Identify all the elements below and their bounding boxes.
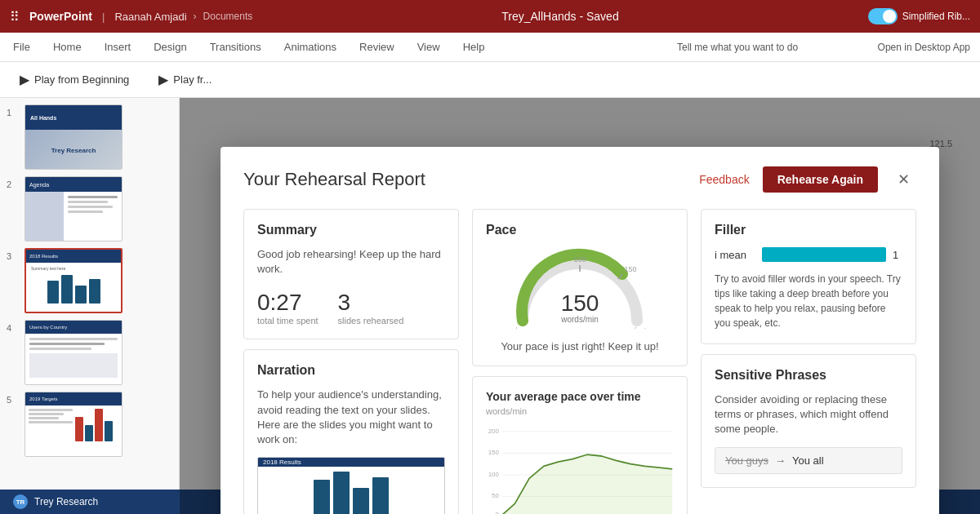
tab-insert[interactable]: Insert <box>101 36 135 58</box>
bottom-company: Trey Research <box>34 496 98 507</box>
file-dash: - <box>579 10 586 23</box>
tab-help[interactable]: Help <box>460 36 488 58</box>
stat-time-value: 0:27 <box>257 290 318 316</box>
modal-title: Your Rehearsal Report <box>243 169 425 190</box>
open-desktop-btn[interactable]: Open in Desktop App <box>878 42 970 53</box>
main-layout: 1 All Hands Trey Research 2 Agenda <box>0 98 980 514</box>
title-bar: ⠿ PowerPoint | Raanah Amjadi › Documents… <box>0 0 980 33</box>
stat-slides-value: 3 <box>338 290 404 316</box>
file-name: Trey_AllHands <box>501 10 576 23</box>
filler-word: i mean <box>715 249 755 261</box>
pace-gauge-container: 100 150 150 words/min slow fast <box>486 247 674 332</box>
slide3-bar2 <box>61 275 73 304</box>
phrase-new: You all <box>792 454 824 467</box>
slide-preview-header: 2018 Results <box>258 458 444 467</box>
slide2-body <box>25 192 122 241</box>
slide-item-1[interactable]: 1 All Hands Trey Research <box>7 104 172 170</box>
slide-thumb-2: Agenda <box>24 176 122 241</box>
close-modal-button[interactable]: ✕ <box>891 167 916 192</box>
rehearse-again-button[interactable]: Rehearse Again <box>763 166 878 193</box>
narration-card: Narration To help your audience's unders… <box>243 349 459 514</box>
play-from-button[interactable]: ▶ Play fr... <box>152 67 218 92</box>
tab-file[interactable]: File <box>10 36 33 58</box>
slide-preview-body <box>258 467 444 514</box>
breadcrumb-sep: › <box>194 11 197 22</box>
modal-overlay: Your Rehearsal Report Feedback Rehearse … <box>180 98 980 514</box>
slide-item-3[interactable]: 3 2018 Results Summary text here <box>7 248 172 313</box>
user-name[interactable]: Raanah Amjadi <box>114 11 186 23</box>
tab-animations[interactable]: Animations <box>281 36 340 58</box>
svg-text:100: 100 <box>573 255 586 264</box>
tab-design[interactable]: Design <box>150 36 189 58</box>
slide3-bar3 <box>75 286 87 304</box>
toggle-thumb <box>883 10 896 23</box>
toolbar: ▶ Play from Beginning ▶ Play fr... <box>0 62 980 98</box>
slide1-header: All Hands <box>25 105 122 130</box>
svg-text:slow: slow <box>512 326 528 329</box>
preview-bar-1 <box>314 480 330 514</box>
slide3-bar4 <box>89 279 100 304</box>
slide5-text-col <box>29 409 73 441</box>
sensitive-title: Sensitive Phrases <box>715 368 902 383</box>
simplified-ribbon-toggle[interactable]: Simplified Rib... <box>868 8 970 24</box>
sensitive-phrases-card: Sensitive Phrases Consider avoiding or r… <box>701 354 916 488</box>
preview-bar-3 <box>353 488 369 514</box>
slide1-header-text: All Hands <box>30 115 56 121</box>
narration-text: To help your audience's understanding, a… <box>257 388 445 447</box>
preview-bar-4 <box>372 477 389 514</box>
breadcrumb-documents[interactable]: Documents <box>203 11 253 22</box>
stat-time-label: total time spent <box>257 316 318 326</box>
tab-home[interactable]: Home <box>50 36 85 58</box>
filler-count: 1 <box>893 249 902 261</box>
slide-number-4: 4 <box>7 320 18 333</box>
slide-preview-box: 2018 Results <box>257 457 445 514</box>
slide-number-5: 5 <box>7 392 18 405</box>
svg-text:100: 100 <box>488 471 500 478</box>
avg-pace-chart-svg: 200 150 100 50 0 <box>486 418 674 514</box>
play-beginning-label: Play from Beginning <box>34 73 129 86</box>
file-saved: Saved <box>586 10 619 23</box>
slide5-title: 2019 Targets <box>29 397 58 401</box>
phrase-row: You guys → You all <box>715 447 902 474</box>
summary-good-text: Good job rehearsing! Keep up the hard wo… <box>257 247 445 277</box>
toggle-track[interactable] <box>868 8 898 24</box>
slide-panel: 1 All Hands Trey Research 2 Agenda <box>0 98 180 514</box>
slide3-bars <box>26 274 121 307</box>
feedback-link[interactable]: Feedback <box>699 173 749 186</box>
canvas-area: 121.5 Your Rehearsal Report Feedback Reh… <box>180 98 980 514</box>
svg-text:150: 150 <box>561 290 599 316</box>
trey-research-logo: TR <box>13 494 28 509</box>
slide-item-2[interactable]: 2 Agenda <box>7 176 172 241</box>
rehearsal-report-modal: Your Rehearsal Report Feedback Rehearse … <box>220 147 939 514</box>
slide-item-4[interactable]: 4 Users by Country <box>7 320 172 385</box>
tab-review[interactable]: Review <box>356 36 398 58</box>
slide-item-5[interactable]: 5 2019 Targets <box>7 392 172 457</box>
search-bar[interactable]: Tell me what you want to do <box>677 42 798 53</box>
slide3-header: 2018 Results <box>26 250 121 263</box>
filler-tip: Try to avoid filler words in your speech… <box>715 272 902 330</box>
app-name: PowerPoint <box>29 10 92 23</box>
tab-transitions[interactable]: Transitions <box>207 36 265 58</box>
narration-title: Narration <box>257 363 445 378</box>
slide5-body <box>25 405 122 445</box>
play-from-beginning-button[interactable]: ▶ Play from Beginning <box>13 67 136 92</box>
pace-card: Pace 100 <box>472 209 688 366</box>
play-from-icon: ▶ <box>158 72 168 87</box>
filler-card: Filler i mean 1 Try to avoid filler word… <box>701 209 916 344</box>
svg-text:150: 150 <box>624 265 636 273</box>
slide3-desc: Summary text here <box>26 263 121 274</box>
slide2-title: Agenda <box>29 182 49 188</box>
ribbon: File Home Insert Design Transitions Anim… <box>0 33 980 62</box>
apps-grid-icon[interactable]: ⠿ <box>10 9 20 24</box>
svg-marker-18 <box>501 454 672 514</box>
avg-pace-title: Your average pace over time <box>486 390 674 403</box>
play-beginning-icon: ▶ <box>20 72 29 87</box>
slide-number-2: 2 <box>7 176 18 189</box>
stat-slides-label: slides rehearsed <box>338 316 404 326</box>
title-separator: | <box>102 11 105 23</box>
slide-thumb-4: Users by Country <box>24 320 122 385</box>
slide4-title: Users by Country <box>29 325 67 330</box>
tab-view[interactable]: View <box>414 36 443 58</box>
avg-pace-card: Your average pace over time words/min 20… <box>472 376 688 514</box>
pace-gauge-svg: 100 150 150 words/min slow fast <box>506 247 653 329</box>
